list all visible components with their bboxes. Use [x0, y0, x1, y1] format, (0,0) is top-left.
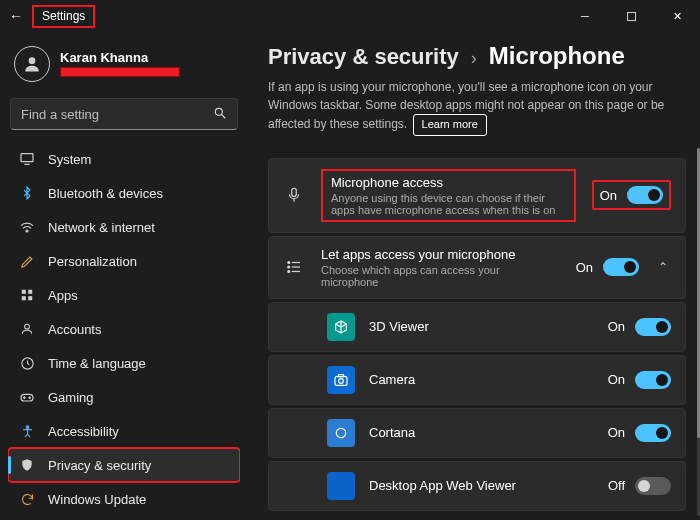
sidebar-item-accounts[interactable]: Accounts: [8, 312, 240, 346]
chevron-right-icon: ›: [471, 48, 477, 69]
app-toggle[interactable]: [635, 424, 671, 442]
svg-point-14: [26, 425, 29, 428]
app-toggle[interactable]: [635, 477, 671, 495]
toggle-state-label: On: [576, 260, 593, 275]
microphone-access-toggle[interactable]: [627, 186, 663, 204]
sidebar-item-label: Privacy & security: [48, 458, 151, 473]
apps-icon: [18, 286, 36, 304]
svg-rect-6: [22, 290, 26, 294]
sidebar-item-apps[interactable]: Apps: [8, 278, 240, 312]
sidebar-item-accessibility[interactable]: Accessibility: [8, 414, 240, 448]
chevron-up-icon[interactable]: ⌃: [655, 260, 671, 274]
card-subtitle: Anyone using this device can choose if t…: [331, 192, 566, 216]
search-input[interactable]: Find a setting: [10, 98, 238, 130]
card-texts: Let apps access your microphone Choose w…: [321, 247, 560, 288]
network-icon: [18, 218, 36, 236]
bluetooth-icon: [18, 184, 36, 202]
card-let-apps[interactable]: Let apps access your microphone Choose w…: [268, 236, 686, 299]
sidebar-item-update[interactable]: Windows Update: [8, 482, 240, 516]
app-toggle[interactable]: [635, 371, 671, 389]
sidebar-item-label: Windows Update: [48, 492, 146, 507]
app-name: Desktop App Web Viewer: [369, 478, 594, 493]
card-texts: Microphone access Anyone using this devi…: [321, 169, 576, 222]
page-title: Microphone: [489, 42, 625, 70]
app-icon: [327, 313, 355, 341]
back-button[interactable]: ←: [6, 6, 26, 26]
app-row-3d-viewer: 3D Viewer On: [268, 302, 686, 352]
user-card[interactable]: Karan Khanna: [8, 40, 240, 92]
svg-point-16: [288, 262, 290, 264]
svg-point-20: [288, 271, 290, 273]
gaming-icon: [18, 388, 36, 406]
svg-rect-7: [28, 290, 32, 294]
svg-point-1: [215, 108, 222, 115]
sidebar-item-label: Personalization: [48, 254, 137, 269]
sidebar-item-bluetooth[interactable]: Bluetooth & devices: [8, 176, 240, 210]
time-icon: [18, 354, 36, 372]
toggle-wrap: On: [576, 258, 639, 276]
toggle-state-label: On: [608, 425, 625, 440]
breadcrumb: Privacy & security › Microphone: [268, 42, 686, 70]
system-icon: [18, 150, 36, 168]
app-icon: [327, 419, 355, 447]
learn-more-link[interactable]: Learn more: [413, 114, 487, 136]
card-microphone-access: Microphone access Anyone using this devi…: [268, 158, 686, 233]
app-name: 3D Viewer: [369, 319, 594, 334]
sidebar-item-label: Time & language: [48, 356, 146, 371]
titlebar: ← Settings ─ ✕: [0, 0, 700, 32]
sidebar-item-label: Accessibility: [48, 424, 119, 439]
svg-point-5: [26, 230, 28, 232]
svg-point-18: [288, 266, 290, 268]
toggle-state-label: Off: [608, 478, 625, 493]
app-row-cortana: Cortana On: [268, 408, 686, 458]
app-row-camera: Camera On: [268, 355, 686, 405]
svg-rect-8: [22, 296, 26, 300]
window-title: Settings: [32, 5, 95, 28]
close-button[interactable]: ✕: [654, 0, 700, 32]
let-apps-toggle[interactable]: [603, 258, 639, 276]
app-icon: [327, 366, 355, 394]
svg-rect-22: [335, 376, 347, 385]
sidebar-item-gaming[interactable]: Gaming: [8, 380, 240, 414]
svg-rect-12: [21, 394, 33, 401]
maximize-button[interactable]: [608, 0, 654, 32]
toggle-state-label: On: [608, 372, 625, 387]
sidebar-item-personalization[interactable]: Personalization: [8, 244, 240, 278]
search-icon: [213, 106, 227, 123]
sidebar-item-system[interactable]: System: [8, 142, 240, 176]
user-name: Karan Khanna: [60, 51, 180, 66]
privacy-icon: [18, 456, 36, 474]
card-title: Let apps access your microphone: [321, 247, 560, 262]
svg-rect-15: [292, 188, 297, 196]
app-name: Cortana: [369, 425, 594, 440]
avatar-icon: [14, 46, 50, 82]
nav-list: System Bluetooth & devices Network & int…: [8, 142, 240, 516]
sidebar-item-time[interactable]: Time & language: [8, 346, 240, 380]
sidebar: Karan Khanna Find a setting System Blu: [0, 32, 248, 520]
list-icon: [283, 256, 305, 278]
sidebar-item-label: Accounts: [48, 322, 101, 337]
app-icon: [327, 472, 355, 500]
app-toggle[interactable]: [635, 318, 671, 336]
sidebar-item-label: Gaming: [48, 390, 94, 405]
page-description: If an app is using your microphone, you'…: [268, 78, 686, 136]
sidebar-item-label: Network & internet: [48, 220, 155, 235]
minimize-button[interactable]: ─: [562, 0, 608, 32]
personalization-icon: [18, 252, 36, 270]
svg-point-0: [29, 57, 36, 64]
toggle-state-label: On: [608, 319, 625, 334]
user-email-redacted: [60, 67, 180, 77]
card-subtitle: Choose which apps can access your microp…: [321, 264, 560, 288]
sidebar-item-privacy[interactable]: Privacy & security: [8, 448, 240, 482]
app-row-desktop-web-viewer: Desktop App Web Viewer Off: [268, 461, 686, 511]
main-content: Privacy & security › Microphone If an ap…: [248, 32, 700, 520]
app-name: Camera: [369, 372, 594, 387]
sidebar-item-network[interactable]: Network & internet: [8, 210, 240, 244]
svg-line-2: [222, 114, 226, 118]
toggle-state-label: On: [600, 188, 617, 203]
svg-rect-9: [28, 296, 32, 300]
microphone-icon: [283, 184, 305, 206]
accounts-icon: [18, 320, 36, 338]
window-controls: ─ ✕: [562, 0, 700, 32]
breadcrumb-parent[interactable]: Privacy & security: [268, 44, 459, 70]
